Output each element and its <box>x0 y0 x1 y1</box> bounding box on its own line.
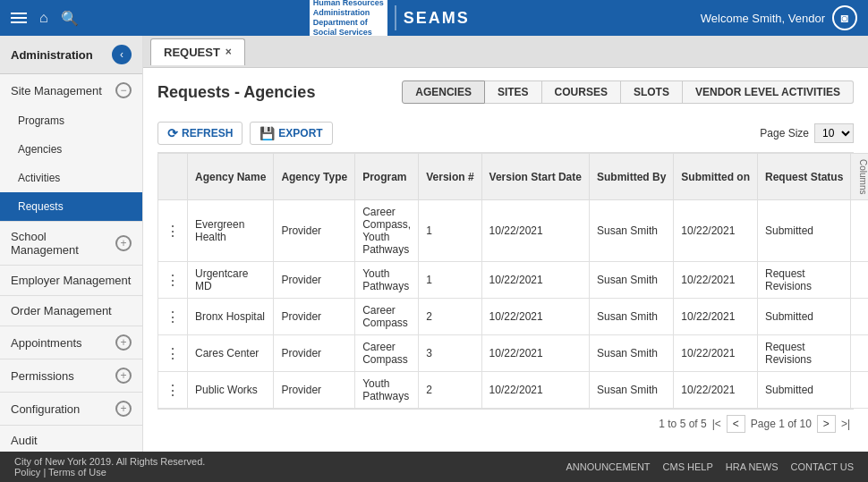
sidebar-item-site-management[interactable]: Site Management − <box>0 74 142 106</box>
tab-request[interactable]: REQUEST × <box>150 38 245 65</box>
table-row: ⋮ Evergreen Health Provider Career Compa… <box>158 200 869 262</box>
sidebar-item-employer-management[interactable]: Employer Management <box>0 266 142 295</box>
tab-bar: REQUEST × <box>143 36 868 68</box>
row-version: 2 <box>419 299 481 335</box>
refresh-icon: ⟳ <box>167 126 178 140</box>
sidebar-collapse-button[interactable]: ‹ <box>112 45 132 64</box>
data-table: Agency Name Agency Type Program Version … <box>157 153 868 409</box>
footer-link-hra-news[interactable]: HRA NEWS <box>726 461 779 472</box>
sidebar-expand-site-icon: − <box>115 82 132 98</box>
row-submitted-on: 10/22/2021 <box>674 200 758 262</box>
sidebar-section-audit: Audit <box>0 426 142 452</box>
sidebar-label-permissions: Permissions <box>11 369 74 383</box>
col-header-status: Request Status <box>757 154 850 200</box>
row-program: Youth Pathways <box>355 372 419 409</box>
sidebar-item-permissions[interactable]: Permissions + <box>0 359 142 392</box>
sidebar-item-school-management[interactable]: School Management + <box>0 222 142 265</box>
col-header-submitted-by: Submitted By <box>589 154 673 200</box>
sidebar-item-audit[interactable]: Audit <box>0 426 142 452</box>
user-avatar[interactable]: ◙ <box>832 5 857 30</box>
row-agency-type: Provider <box>274 372 355 409</box>
row-status: Submitted <box>757 299 850 335</box>
sidebar-label-programs: Programs <box>18 114 64 127</box>
row-version: 1 <box>419 200 481 262</box>
sidebar-label-employer-management: Employer Management <box>11 274 131 287</box>
table-row: ⋮ Urgentcare MD Provider Youth Pathways … <box>158 262 869 299</box>
row-submitted-by: Susan Smith <box>589 299 673 335</box>
page-size-select[interactable]: 10 25 50 <box>814 123 854 143</box>
sidebar-item-programs[interactable]: Programs <box>0 106 142 135</box>
sidebar-expand-permissions-icon: + <box>115 368 132 384</box>
row-version-start: 10/22/2021 <box>481 262 589 299</box>
footer-link-announcement[interactable]: ANNOUNCEMENT <box>566 461 650 472</box>
row-menu-cell[interactable]: ⋮ <box>158 299 188 335</box>
hamburger-menu-icon[interactable] <box>11 13 27 23</box>
row-col-extra <box>851 372 868 409</box>
sidebar-label-audit: Audit <box>11 434 38 447</box>
col-header-agency-type: Agency Type <box>274 154 355 200</box>
view-tab-vendor-level[interactable]: VENDOR LEVEL ACTIVITIES <box>683 80 854 104</box>
view-tab-slots[interactable]: SLOTS <box>621 80 683 104</box>
sidebar-item-agencies[interactable]: Agencies <box>0 135 142 164</box>
row-agency-name: Cares Center <box>188 335 274 372</box>
toolbar: ⟳ REFRESH 💾 EXPORT Page Size 10 25 50 <box>157 116 854 153</box>
refresh-button[interactable]: ⟳ REFRESH <box>157 122 243 145</box>
row-agency-type: Provider <box>274 335 355 372</box>
page-title-row: Requests - Agencies AGENCIES SITES COURS… <box>157 80 854 104</box>
search-icon[interactable]: 🔍 <box>61 10 79 27</box>
pagination-page-info: Page 1 of 10 <box>751 418 812 430</box>
sidebar-item-appointments[interactable]: Appointments + <box>0 326 142 359</box>
main-layout: Administration ‹ Site Management − Progr… <box>0 36 868 452</box>
view-tab-agencies[interactable]: AGENCIES <box>402 80 485 104</box>
row-submitted-by: Susan Smith <box>589 262 673 299</box>
app-title: SEAMS <box>404 9 470 28</box>
row-agency-name: Urgentcare MD <box>188 262 274 299</box>
tab-request-label: REQUEST <box>164 46 220 59</box>
row-version-start: 10/22/2021 <box>481 200 589 262</box>
header-right: Welcome Smith, Vendor ◙ <box>701 5 857 30</box>
sidebar-section-order: Order Management <box>0 296 142 326</box>
pagination-summary: 1 to 5 of 5 <box>659 418 706 430</box>
page-title: Requests - Agencies <box>157 83 315 102</box>
sidebar-section-appointments: Appointments + <box>0 326 142 359</box>
page-first-button[interactable]: < <box>727 415 745 433</box>
footer-copyright: City of New York 2019. All Rights Reserv… <box>14 456 205 467</box>
sidebar-item-requests[interactable]: Requests <box>0 192 142 221</box>
footer-link-cms-help[interactable]: CMS HELP <box>663 461 713 472</box>
sidebar-label-configuration: Configuration <box>11 402 80 416</box>
view-tab-courses[interactable]: COURSES <box>542 80 621 104</box>
row-submitted-on: 10/22/2021 <box>674 372 758 409</box>
col-header-menu <box>158 154 188 200</box>
row-menu-cell[interactable]: ⋮ <box>158 335 188 372</box>
footer-policy[interactable]: Policy | Terms of Use <box>14 467 205 478</box>
sidebar-item-activities[interactable]: Activities <box>0 164 142 192</box>
row-program: Career Compass, Youth Pathways <box>355 200 419 262</box>
home-icon[interactable]: ⌂ <box>39 10 48 26</box>
sidebar-section-employer: Employer Management <box>0 266 142 296</box>
table-header-row: Agency Name Agency Type Program Version … <box>158 154 869 200</box>
export-button[interactable]: 💾 EXPORT <box>250 122 332 145</box>
table-row: ⋮ Bronx Hospital Provider Career Compass… <box>158 299 869 335</box>
row-version-start: 10/22/2021 <box>481 335 589 372</box>
row-version-start: 10/22/2021 <box>481 299 589 335</box>
footer-link-contact[interactable]: CONTACT US <box>791 461 855 472</box>
row-menu-cell[interactable]: ⋮ <box>158 200 188 262</box>
col-header-agency-name: Agency Name <box>188 154 274 200</box>
footer: City of New York 2019. All Rights Reserv… <box>0 452 868 482</box>
sidebar-item-order-management[interactable]: Order Management <box>0 296 142 326</box>
row-agency-name: Evergreen Health <box>188 200 274 262</box>
page-next-button[interactable]: > <box>817 415 836 433</box>
row-menu-cell[interactable]: ⋮ <box>158 262 188 299</box>
sidebar-item-configuration[interactable]: Configuration + <box>0 393 142 425</box>
row-agency-type: Provider <box>274 299 355 335</box>
sidebar-label-order-management: Order Management <box>11 304 112 317</box>
row-program: Career Compass <box>355 299 419 335</box>
view-tabs: AGENCIES SITES COURSES SLOTS VENDOR LEVE… <box>402 80 854 104</box>
row-submitted-by: Susan Smith <box>589 335 673 372</box>
header-divider <box>395 5 396 30</box>
tab-close-button[interactable]: × <box>226 46 232 58</box>
table-row: ⋮ Cares Center Provider Career Compass 3… <box>158 335 869 372</box>
col-header-settings[interactable]: Columns <box>851 154 868 200</box>
row-menu-cell[interactable]: ⋮ <box>158 372 188 409</box>
view-tab-sites[interactable]: SITES <box>485 80 542 104</box>
